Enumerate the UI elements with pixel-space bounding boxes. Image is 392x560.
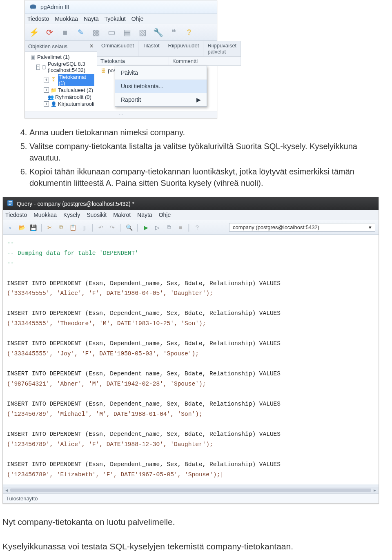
- body-paragraph: Nyt company-tietokanta on luotu palvelim…: [2, 516, 390, 528]
- browser-header-label: Objektien selaus: [28, 43, 67, 49]
- sql-icon: [7, 200, 13, 207]
- tablespace-icon: 📁: [51, 87, 56, 93]
- toolbar: ⚡ ⟳ ■ ✎ ▩ ▭ ▤ ▧ 🔧 ❝ ?: [25, 24, 217, 41]
- query-title: Query - company (postgres@localhost:5432…: [17, 201, 134, 207]
- context-menu: Päivitä Uusi tietokanta... Raportit ▶: [115, 66, 207, 107]
- list-item: Anna uuden tietokannan nimeksi company.: [29, 127, 380, 138]
- grid-icon[interactable]: ▤: [121, 27, 133, 38]
- query-titlebar: Query - company (postgres@localhost:5432…: [3, 197, 379, 210]
- tool-icon[interactable]: ■: [59, 27, 71, 38]
- tab-properties[interactable]: Ominaisuudet: [97, 41, 138, 56]
- role-icon: 👥: [48, 94, 53, 100]
- new-file-icon[interactable]: ▫: [6, 223, 14, 232]
- list-item: Valitse company-tietokanta listalta ja v…: [29, 141, 380, 163]
- redo-icon[interactable]: ↷: [108, 223, 116, 232]
- object-tree: ▣ Palvelimet (1) − ▢ PostgreSQL 8.3 (loc…: [25, 52, 97, 111]
- tree-node-databases[interactable]: + 🗄 Tietokannat (1): [44, 74, 94, 87]
- server-group-icon: ▣: [30, 54, 36, 60]
- ctx-reports[interactable]: Raportit ▶: [115, 93, 207, 106]
- help-icon[interactable]: ?: [183, 27, 195, 38]
- explain-icon[interactable]: ⧉: [165, 223, 173, 232]
- menu-help[interactable]: Ohje: [131, 16, 144, 22]
- submenu-arrow-icon: ▶: [196, 96, 201, 103]
- run-file-icon[interactable]: ▷: [154, 223, 162, 232]
- user-icon: 👤: [51, 101, 56, 107]
- menu-favorites[interactable]: Suosikit: [87, 212, 107, 218]
- database-icon: 🗄: [100, 68, 106, 74]
- dropdown-arrow-icon: ▾: [369, 224, 372, 230]
- query-menu-bar: Tiedosto Muokkaa Kysely Suosikit Makrot …: [3, 210, 379, 220]
- grid-header: Tietokanta Kommentti: [97, 57, 241, 66]
- query-toolbar: ▫ 📂 💾 | ✂ ⧉ 📋 ▯ | ↶ ↷ | 🔍 | ▶ ▷ ⧉ ■ | ? …: [3, 220, 379, 235]
- tab-statistics[interactable]: Tilastot: [138, 41, 164, 56]
- instruction-list: Anna uuden tietokannan nimeksi company. …: [15, 127, 380, 189]
- clear-icon[interactable]: ▯: [80, 223, 88, 232]
- menu-file[interactable]: Tiedosto: [5, 212, 27, 218]
- help-icon[interactable]: ?: [193, 223, 201, 232]
- collapse-icon[interactable]: −: [36, 65, 40, 70]
- resize-handle[interactable]: ⋯: [25, 112, 217, 118]
- expand-icon[interactable]: +: [44, 101, 49, 107]
- stop-icon[interactable]: ■: [176, 223, 185, 232]
- menu-query[interactable]: Kysely: [63, 212, 80, 218]
- menu-view[interactable]: Näytä: [84, 16, 99, 22]
- tree-node-grouproles[interactable]: 👥 Ryhmäroolit (0): [44, 94, 94, 100]
- query-window: Query - company (postgres@localhost:5432…: [2, 197, 379, 504]
- col-database: Tietokanta: [97, 57, 169, 65]
- tree-node-servers[interactable]: ▣ Palvelimet (1): [30, 54, 94, 60]
- window-title: pgAdmin III: [40, 4, 69, 10]
- menu-view[interactable]: Näytä: [137, 212, 152, 218]
- plug-icon[interactable]: ⚡: [28, 27, 40, 38]
- run-icon[interactable]: ▶: [142, 223, 150, 232]
- sql-icon[interactable]: ✎: [75, 27, 86, 38]
- copy-icon[interactable]: ⧉: [57, 223, 65, 232]
- tree-node-loginroles[interactable]: + 👤 Kirjautumisrooli: [44, 100, 94, 107]
- hint-icon[interactable]: ❝: [168, 27, 179, 38]
- undo-icon[interactable]: ↶: [97, 223, 105, 232]
- menu-file[interactable]: Tiedosto: [27, 16, 49, 22]
- reload-icon[interactable]: ⟳: [44, 27, 55, 38]
- tab-dependents[interactable]: Riippuvaiset palvelut: [203, 41, 241, 56]
- menu-bar: Tiedosto Muokkaa Näytä Työkalut Ohje: [25, 14, 217, 24]
- wrench-icon[interactable]: 🔧: [152, 27, 164, 38]
- sql-editor[interactable]: ---- Dumping data for table 'DEPENDENT'-…: [3, 235, 379, 487]
- elephant-icon: [29, 3, 37, 11]
- grid-filter-icon[interactable]: ▧: [137, 27, 148, 38]
- expand-icon[interactable]: +: [44, 78, 49, 83]
- tool-icon[interactable]: ▩: [90, 27, 102, 38]
- tree-node-tablespaces[interactable]: + 📁 Taulualueet (2): [44, 87, 94, 94]
- expand-icon[interactable]: +: [44, 87, 49, 93]
- find-icon[interactable]: 🔍: [125, 223, 134, 232]
- menu-macros[interactable]: Makrot: [113, 212, 131, 218]
- window-titlebar: pgAdmin III: [25, 0, 217, 14]
- db-selector[interactable]: company (postgres@localhost:5432) ▾: [229, 223, 375, 232]
- save-icon[interactable]: 💾: [29, 223, 37, 232]
- menu-tools[interactable]: Työkalut: [105, 16, 126, 22]
- open-file-icon[interactable]: 📂: [18, 223, 26, 232]
- menu-help[interactable]: Ohje: [159, 212, 171, 218]
- body-paragraph: Kyselyikkunassa voi testata SQL-kyselyje…: [2, 540, 390, 552]
- menu-edit[interactable]: Muokkaa: [33, 212, 57, 218]
- cut-icon[interactable]: ✂: [46, 223, 54, 232]
- menu-edit[interactable]: Muokkaa: [55, 16, 78, 22]
- horizontal-scrollbar[interactable]: ◂▸: [3, 487, 379, 493]
- output-pane-header: Tulostenäyttö: [3, 493, 379, 503]
- tab-dependencies[interactable]: Riippuvuudet: [164, 41, 204, 56]
- tree-node-postgresql[interactable]: − ▢ PostgreSQL 8.3 (localhost:5432): [36, 60, 94, 74]
- close-icon[interactable]: ×: [90, 42, 94, 50]
- list-item: Kopioi tähän ikkunaan company-tietokanna…: [29, 166, 380, 189]
- paste-icon[interactable]: 📋: [69, 223, 77, 232]
- tool-icon[interactable]: ▭: [106, 27, 117, 38]
- object-browser-panel: Objektien selaus × ▣ Palvelimet (1) − ▢ …: [25, 41, 97, 111]
- pgadmin-window: pgAdmin III Tiedosto Muokkaa Näytä Työka…: [24, 0, 217, 118]
- database-icon: 🗄: [51, 77, 56, 83]
- col-comment: Kommentti: [169, 57, 241, 65]
- ctx-refresh[interactable]: Päivitä: [115, 66, 207, 79]
- server-icon: ▢: [42, 64, 46, 70]
- ctx-new-database[interactable]: Uusi tietokanta...: [115, 79, 207, 93]
